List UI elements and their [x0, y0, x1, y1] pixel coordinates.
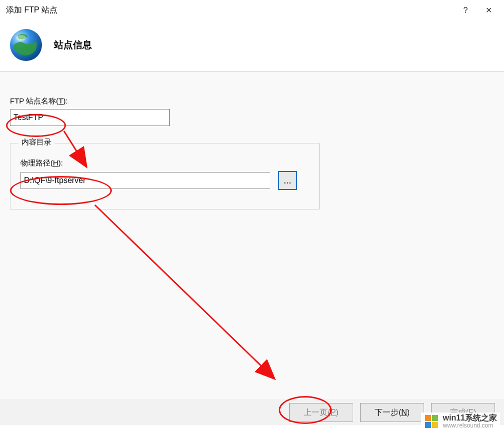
- svg-rect-4: [425, 415, 431, 421]
- watermark: win11系统之家 www.relsound.com: [421, 412, 500, 430]
- watermark-logo-icon: [424, 414, 439, 429]
- annotation-arrows: [0, 0, 504, 434]
- watermark-text: win11系统之家 www.relsound.com: [443, 414, 497, 429]
- svg-line-3: [95, 205, 274, 378]
- svg-rect-7: [432, 422, 438, 428]
- svg-rect-6: [425, 422, 431, 428]
- svg-line-2: [64, 131, 86, 166]
- svg-rect-5: [432, 415, 438, 421]
